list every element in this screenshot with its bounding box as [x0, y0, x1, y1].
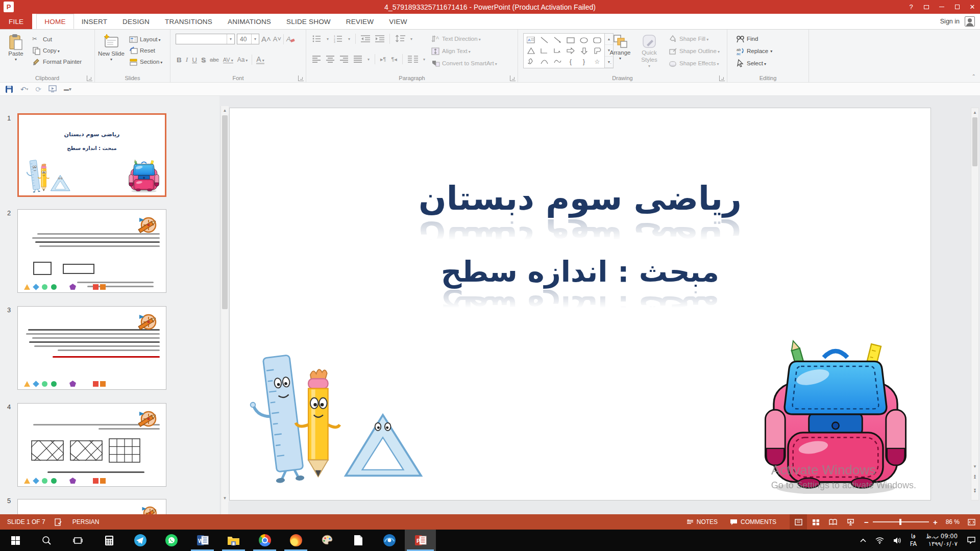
slide-3-thumbnail[interactable]: [17, 306, 166, 390]
rtl-direction-button[interactable]: ¶◂: [391, 56, 397, 63]
align-center-button[interactable]: [326, 56, 335, 63]
underline-button[interactable]: U: [192, 56, 197, 64]
panel-scroll-up-arrow[interactable]: ▲: [221, 106, 229, 114]
bullets-button[interactable]: [312, 35, 322, 43]
reading-view-button[interactable]: [824, 514, 842, 530]
file-explorer-icon[interactable]: [218, 530, 249, 551]
chrome-app-icon[interactable]: [249, 530, 280, 551]
section-button[interactable]: Section: [128, 56, 164, 67]
layout-button[interactable]: Layout: [128, 34, 164, 45]
previous-slide-button[interactable]: ▲▲: [971, 472, 978, 481]
main-scroll-up-arrow[interactable]: ▲: [971, 108, 978, 116]
shape-outline-button[interactable]: Shape Outline: [667, 45, 721, 57]
next-slide-button[interactable]: ▼▼: [971, 487, 978, 495]
shape-fill-button[interactable]: Shape Fill: [667, 33, 721, 45]
tab-review[interactable]: REVIEW: [338, 14, 381, 29]
slide-1-thumbnail[interactable]: ریاضی سوم دبستان مبحث : اندازه سطح: [17, 113, 166, 197]
quick-styles-button[interactable]: Quick Styles▾: [635, 31, 663, 73]
decrease-font-size-button[interactable]: A˅: [273, 35, 281, 43]
zoom-thumb[interactable]: [899, 519, 901, 525]
clock[interactable]: 09:00 ب.ظ ۱۳۹۹/۰۶/۰۷: [921, 533, 963, 548]
collapse-ribbon-button[interactable]: ⌃: [972, 73, 976, 79]
language-switcher[interactable]: فا FA: [906, 533, 921, 548]
tab-animations[interactable]: ANIMATIONS: [220, 14, 279, 29]
find-button[interactable]: Find: [734, 33, 774, 45]
ltr-direction-button[interactable]: ▸¶: [380, 56, 386, 63]
save-button[interactable]: [5, 85, 13, 93]
slide-5-thumbnail[interactable]: [17, 499, 166, 514]
character-spacing-button[interactable]: AV: [223, 57, 233, 63]
customize-qat-button[interactable]: ▬▾: [64, 86, 71, 92]
justify-button[interactable]: [354, 56, 362, 63]
start-button[interactable]: [0, 530, 31, 551]
tab-transitions[interactable]: TRANSITIONS: [157, 14, 220, 29]
start-from-beginning-button[interactable]: [48, 85, 57, 93]
hidden-icons-chevron[interactable]: [855, 538, 871, 542]
reset-button[interactable]: Reset: [128, 45, 164, 56]
normal-view-button[interactable]: [790, 514, 807, 530]
paragraph-dialog-launcher[interactable]: [510, 76, 516, 81]
paint-app-icon[interactable]: [311, 530, 342, 551]
format-painter-button[interactable]: Format Painter: [31, 56, 83, 67]
slide-subtitle-text[interactable]: مبحث : اندازه سطح: [230, 255, 930, 288]
notepad-app-icon[interactable]: [342, 530, 374, 551]
tab-file[interactable]: FILE: [0, 14, 32, 29]
volume-icon[interactable]: [889, 537, 906, 544]
close-button[interactable]: ✕: [965, 0, 980, 14]
shape-effects-button[interactable]: Shape Effects: [667, 57, 721, 69]
zoom-in-button[interactable]: +: [933, 518, 938, 527]
thumbnail-panel-scrollbar[interactable]: ▲ ▼: [220, 106, 228, 514]
bold-button[interactable]: B: [177, 56, 182, 64]
clear-formatting-button[interactable]: A: [286, 35, 295, 44]
main-scroll-down-arrow[interactable]: ▼: [971, 462, 978, 470]
help-button[interactable]: ?: [903, 0, 919, 14]
sign-in-link[interactable]: Sign in: [940, 18, 960, 25]
search-button[interactable]: [31, 530, 62, 551]
change-case-button[interactable]: Aa: [237, 56, 248, 63]
tab-insert[interactable]: INSERT: [74, 14, 115, 29]
notes-button[interactable]: NOTES: [680, 514, 724, 530]
zoom-track[interactable]: [873, 521, 929, 522]
powerpoint-app-icon[interactable]: P: [405, 530, 436, 551]
line-spacing-button[interactable]: [395, 35, 405, 43]
replace-button[interactable]: abac Replace▾: [734, 45, 774, 57]
main-scroll-thumb[interactable]: [972, 117, 977, 166]
tab-view[interactable]: VIEW: [381, 14, 414, 29]
tab-slideshow[interactable]: SLIDE SHOW: [279, 14, 338, 29]
task-view-button[interactable]: [62, 530, 93, 551]
increase-indent-button[interactable]: [375, 35, 384, 43]
drawing-dialog-launcher[interactable]: [719, 76, 725, 81]
whatsapp-app-icon[interactable]: [156, 530, 187, 551]
undo-button[interactable]: ↶▾: [20, 85, 28, 93]
font-dialog-launcher[interactable]: [298, 76, 304, 81]
wifi-icon[interactable]: [871, 537, 889, 544]
select-button[interactable]: Select: [734, 57, 774, 69]
language-indicator[interactable]: PERSIAN: [72, 518, 100, 525]
zoom-slider[interactable]: − +: [859, 518, 943, 527]
calculator-app-icon[interactable]: [93, 530, 125, 551]
italic-button[interactable]: I: [186, 56, 188, 64]
text-direction-button[interactable]: A Text Direction: [430, 33, 499, 45]
slide-canvas[interactable]: ریاضی سوم دبستان ریاضی سوم دبستان مبحث :…: [229, 108, 931, 500]
restore-button[interactable]: [949, 0, 965, 14]
increase-font-size-button[interactable]: A˄: [261, 35, 271, 43]
zoom-out-button[interactable]: −: [864, 518, 869, 527]
spell-check-icon[interactable]: [55, 518, 63, 526]
main-scrollbar[interactable]: ▲ ▼ ▲▲ ▼▼: [971, 108, 979, 500]
ribbon-display-options-button[interactable]: [919, 0, 934, 14]
minimize-button[interactable]: [934, 0, 949, 14]
new-slide-button[interactable]: New Slide▾: [98, 31, 125, 73]
panel-scroll-down-arrow[interactable]: ▼: [221, 494, 229, 502]
telegram-app-icon[interactable]: [125, 530, 156, 551]
convert-to-smartart-button[interactable]: Convert to SmartArt: [430, 57, 499, 69]
columns-button[interactable]: [408, 56, 418, 63]
text-shadow-button[interactable]: S: [201, 56, 206, 64]
align-text-button[interactable]: Align Text: [430, 45, 499, 57]
slideshow-view-button[interactable]: [842, 514, 859, 530]
decrease-indent-button[interactable]: [361, 35, 370, 43]
tab-home[interactable]: HOME: [36, 14, 74, 29]
word-app-icon[interactable]: W: [187, 530, 218, 551]
cut-button[interactable]: ✂ Cut: [31, 34, 83, 45]
arrange-button[interactable]: Arrange▾: [606, 31, 634, 73]
align-left-button[interactable]: [312, 56, 321, 63]
